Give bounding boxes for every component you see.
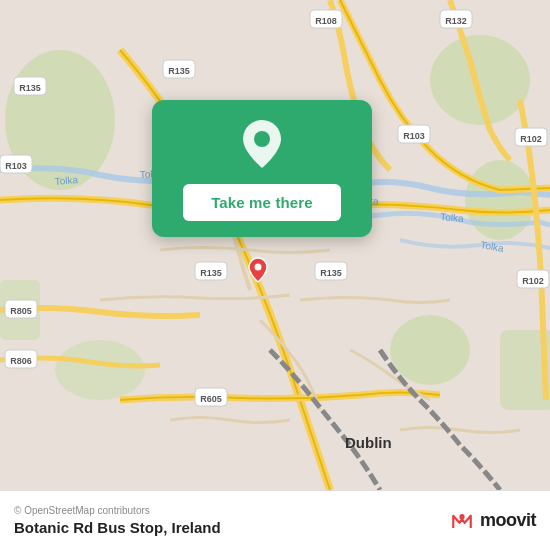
svg-point-41 <box>254 131 270 147</box>
svg-text:R108: R108 <box>315 16 337 26</box>
bottom-bar: © OpenStreetMap contributors Botanic Rd … <box>0 490 550 550</box>
svg-text:R135: R135 <box>19 83 41 93</box>
svg-text:R132: R132 <box>445 16 467 26</box>
svg-text:R103: R103 <box>403 131 425 141</box>
svg-text:R135: R135 <box>200 268 222 278</box>
svg-text:R806: R806 <box>10 356 32 366</box>
svg-text:R805: R805 <box>10 306 32 316</box>
svg-text:R135: R135 <box>168 66 190 76</box>
svg-point-6 <box>55 340 145 400</box>
moovit-logo-text: moovit <box>480 510 536 531</box>
svg-point-2 <box>430 35 530 125</box>
svg-text:R102: R102 <box>520 134 542 144</box>
svg-text:R103: R103 <box>5 161 27 171</box>
svg-point-4 <box>390 315 470 385</box>
map-svg: R135 R135 R135 R135 R103 R103 R108 R132 … <box>0 0 550 490</box>
svg-text:Tolka: Tolka <box>54 174 79 187</box>
svg-point-3 <box>465 160 535 240</box>
copyright-text: © OpenStreetMap contributors <box>14 505 221 516</box>
svg-text:R135: R135 <box>320 268 342 278</box>
location-marker <box>248 257 268 283</box>
svg-text:Tolka: Tolka <box>440 211 465 224</box>
popup-card: Take me there <box>152 100 372 237</box>
location-pin-icon <box>236 118 288 170</box>
svg-text:Dublin: Dublin <box>345 434 392 451</box>
svg-text:R102: R102 <box>522 276 544 286</box>
svg-point-42 <box>255 264 262 271</box>
take-me-there-button[interactable]: Take me there <box>183 184 341 221</box>
svg-text:R605: R605 <box>200 394 222 404</box>
location-info: © OpenStreetMap contributors Botanic Rd … <box>14 505 221 536</box>
map-container[interactable]: R135 R135 R135 R135 R103 R103 R108 R132 … <box>0 0 550 490</box>
moovit-logo[interactable]: moovit <box>448 507 536 535</box>
location-name: Botanic Rd Bus Stop, Ireland <box>14 519 221 536</box>
